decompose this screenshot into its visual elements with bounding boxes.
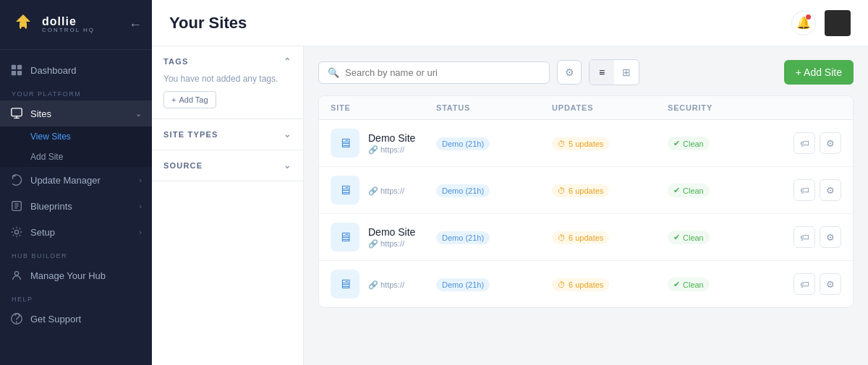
help-section-label: HELP bbox=[0, 288, 152, 306]
tag-action-button[interactable]: 🏷 bbox=[793, 273, 815, 295]
add-tag-button[interactable]: + Add Tag bbox=[163, 91, 216, 108]
source-section-header[interactable]: SOURCE ⌄ bbox=[163, 160, 292, 171]
site-details: Demo Site 🔗 https:// bbox=[368, 132, 415, 155]
sidebar-subitem-view-sites[interactable]: View Sites bbox=[0, 126, 152, 147]
site-icon-wrap: 🖥 bbox=[331, 270, 359, 299]
avatar[interactable] bbox=[825, 10, 851, 36]
site-status: Demo (21h) bbox=[436, 278, 552, 291]
sites-submenu: View Sites Add Site bbox=[0, 126, 152, 167]
site-updates: ⏱6 updates bbox=[552, 278, 668, 291]
toolbar: 🔍 ⚙ ≡ ⊞ + Add Site bbox=[318, 59, 854, 85]
site-info: 🖥 Demo Site 🔗 https:// bbox=[331, 223, 436, 252]
site-url: 🔗 https:// bbox=[368, 280, 404, 290]
col-updates: UPDATES bbox=[552, 103, 668, 112]
sidebar-item-update-manager[interactable]: Update Manager › bbox=[0, 167, 152, 193]
site-updates: ⏱6 updates bbox=[552, 184, 668, 197]
tags-section: TAGS ⌃ You have not added any tags. + Ad… bbox=[152, 46, 303, 119]
sidebar-logo: dollie CONTROL HQ ← bbox=[0, 0, 152, 50]
row-actions: 🏷 ⚙ bbox=[783, 179, 841, 201]
sites-icon bbox=[10, 107, 23, 120]
tags-section-header[interactable]: TAGS ⌃ bbox=[163, 56, 292, 66]
table-row: 🖥 Demo Site 🔗 https:// Demo (21h) bbox=[319, 120, 853, 167]
row-actions: 🏷 ⚙ bbox=[783, 226, 841, 248]
col-status: STATUS bbox=[436, 103, 552, 112]
page-title: Your Sites bbox=[169, 14, 247, 33]
tag-action-button[interactable]: 🏷 bbox=[793, 226, 815, 248]
site-icon-wrap: 🖥 bbox=[331, 176, 359, 205]
table-header: SITE STATUS UPDATES SECURITY bbox=[319, 96, 853, 120]
site-icon: 🖥 bbox=[339, 183, 352, 198]
tags-label: TAGS bbox=[163, 57, 189, 66]
sidebar-item-blueprints[interactable]: Blueprints › bbox=[0, 193, 152, 219]
svg-point-16 bbox=[17, 322, 17, 322]
notifications-button[interactable]: 🔔 bbox=[791, 11, 816, 35]
settings-action-button[interactable]: ⚙ bbox=[820, 179, 841, 201]
svg-rect-7 bbox=[17, 71, 22, 75]
security-badge: ✔Clean bbox=[668, 231, 710, 244]
search-box: 🔍 bbox=[318, 61, 550, 84]
sidebar-item-get-support[interactable]: Get Support bbox=[0, 306, 152, 332]
grid-view-button[interactable]: ⊞ bbox=[614, 60, 639, 85]
list-view-button[interactable]: ≡ bbox=[590, 60, 614, 85]
source-section: SOURCE ⌄ bbox=[152, 150, 303, 181]
sidebar-navigation: Dashboard YOUR PLATFORM Sites ⌄ View Sit… bbox=[0, 50, 152, 365]
site-types-caret-icon: ⌄ bbox=[284, 129, 292, 139]
updates-badge: ⏱5 updates bbox=[552, 137, 609, 150]
search-input[interactable] bbox=[345, 67, 540, 78]
clock-icon: ⏱ bbox=[558, 280, 566, 289]
tags-caret-icon: ⌃ bbox=[284, 56, 292, 66]
col-site: SITE bbox=[331, 103, 436, 112]
security-badge: ✔Clean bbox=[668, 184, 710, 197]
settings-action-button[interactable]: ⚙ bbox=[820, 132, 841, 154]
update-manager-icon bbox=[10, 173, 23, 186]
site-details: Demo Site 🔗 https:// bbox=[368, 226, 415, 249]
update-manager-chevron-icon: › bbox=[139, 176, 142, 184]
search-icon: 🔍 bbox=[328, 67, 339, 78]
view-toggle: ≡ ⊞ bbox=[589, 59, 639, 85]
site-types-section-header[interactable]: SITE TYPES ⌄ bbox=[163, 129, 292, 139]
view-sites-label: View Sites bbox=[30, 132, 71, 142]
sidebar-item-setup[interactable]: Setup › bbox=[0, 219, 152, 245]
site-info: 🖥 🔗 https:// bbox=[331, 270, 436, 299]
site-security: ✔Clean bbox=[668, 230, 783, 244]
site-updates: ⏱5 updates bbox=[552, 137, 668, 150]
dashboard-icon bbox=[10, 64, 23, 77]
site-status: Demo (21h) bbox=[436, 137, 552, 150]
update-manager-label: Update Manager bbox=[30, 175, 101, 186]
status-badge: Demo (21h) bbox=[436, 137, 490, 150]
site-info: 🖥 🔗 https:// bbox=[331, 176, 436, 205]
setup-chevron-icon: › bbox=[139, 228, 142, 236]
svg-point-13 bbox=[14, 230, 18, 233]
col-actions bbox=[783, 103, 841, 112]
check-icon: ✔ bbox=[673, 233, 680, 242]
add-site-label: + Add Site bbox=[796, 66, 842, 78]
svg-rect-6 bbox=[12, 71, 16, 75]
setup-label: Setup bbox=[30, 227, 55, 238]
security-badge: ✔Clean bbox=[668, 278, 710, 291]
clock-icon: ⏱ bbox=[558, 186, 566, 195]
tag-action-button[interactable]: 🏷 bbox=[793, 132, 815, 154]
settings-action-button[interactable]: ⚙ bbox=[820, 226, 841, 248]
site-name: Demo Site bbox=[368, 226, 415, 238]
sidebar-subitem-add-site[interactable]: Add Site bbox=[0, 147, 152, 167]
site-details: 🔗 https:// bbox=[368, 279, 404, 290]
main-area: Your Sites 🔔 TAGS ⌃ You have not added a… bbox=[152, 0, 868, 365]
sidebar-item-sites[interactable]: Sites ⌄ bbox=[0, 100, 152, 126]
site-types-section: SITE TYPES ⌄ bbox=[152, 119, 303, 150]
filter-panel: TAGS ⌃ You have not added any tags. + Ad… bbox=[152, 46, 304, 365]
link-icon: 🔗 bbox=[368, 239, 378, 249]
sites-chevron-icon: ⌄ bbox=[135, 109, 142, 119]
back-icon[interactable]: ← bbox=[129, 17, 142, 33]
setup-icon bbox=[10, 226, 23, 239]
filter-button[interactable]: ⚙ bbox=[557, 60, 582, 85]
sidebar-item-dashboard[interactable]: Dashboard bbox=[0, 57, 152, 83]
hub-builder-section-label: HUB BUILDER bbox=[0, 245, 152, 262]
settings-action-button[interactable]: ⚙ bbox=[820, 273, 841, 295]
check-icon: ✔ bbox=[673, 280, 680, 289]
tag-action-button[interactable]: 🏷 bbox=[793, 179, 815, 201]
add-tag-label: Add Tag bbox=[179, 95, 208, 104]
site-security: ✔Clean bbox=[668, 136, 783, 150]
add-site-button[interactable]: + Add Site bbox=[784, 60, 854, 85]
sidebar-item-manage-hub[interactable]: Manage Your Hub bbox=[0, 262, 152, 288]
row-actions: 🏷 ⚙ bbox=[783, 273, 841, 295]
